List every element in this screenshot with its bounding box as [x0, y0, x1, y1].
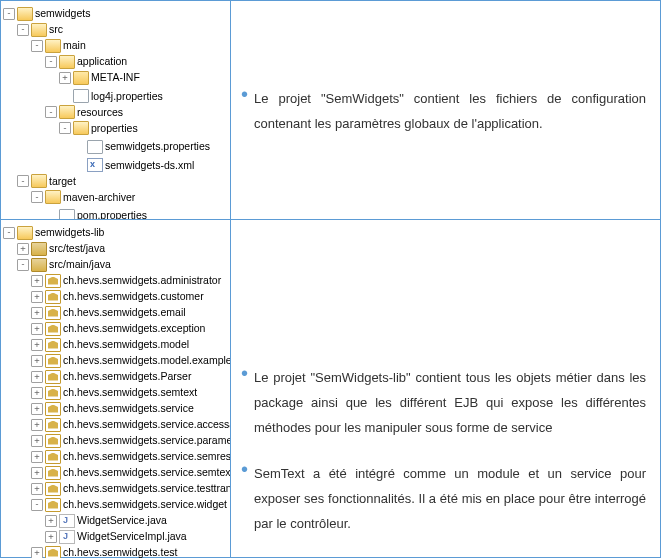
expand-icon[interactable]: + — [31, 483, 43, 495]
bullet-icon: • — [241, 87, 248, 136]
tree-node[interactable]: +ch.hevs.semwidgets.service.parameter — [31, 432, 228, 448]
tree-node[interactable]: -src-main-application+META-INFlog4j.prop… — [17, 21, 228, 173]
node-label: ch.hevs.semwidgets.customer — [63, 289, 204, 304]
source-folder-icon — [31, 258, 47, 272]
java-file-icon — [59, 514, 75, 528]
collapse-icon[interactable]: - — [31, 40, 43, 52]
tree-node[interactable]: semwidgets-ds.xml — [73, 154, 228, 173]
node-label: ch.hevs.semwidgets.service.accessaccount — [63, 417, 231, 432]
expand-icon[interactable]: + — [31, 547, 43, 559]
tree-node[interactable]: +src/test/java — [17, 240, 228, 256]
expand-icon[interactable]: + — [31, 451, 43, 463]
tree-node[interactable]: +META-INF — [59, 69, 228, 85]
expand-icon[interactable]: + — [17, 243, 29, 255]
file-icon — [59, 209, 75, 220]
tree-node[interactable]: +ch.hevs.semwidgets.service.testtransact… — [31, 480, 228, 496]
folder-open-icon — [31, 174, 47, 188]
tree-node[interactable]: +ch.hevs.semwidgets.administrator — [31, 272, 228, 288]
tree-node[interactable]: +ch.hevs.semwidgets.service — [31, 400, 228, 416]
collapse-icon[interactable]: - — [17, 175, 29, 187]
tree-node[interactable]: -src/main/java+ch.hevs.semwidgets.admini… — [17, 256, 228, 558]
collapse-icon[interactable]: - — [59, 122, 71, 134]
tree-node[interactable]: -main-application+META-INFlog4j.properti… — [31, 37, 228, 173]
expand-icon[interactable]: + — [31, 355, 43, 367]
tree-node[interactable]: +ch.hevs.semwidgets.Parser — [31, 368, 228, 384]
collapse-icon[interactable]: - — [3, 8, 15, 20]
desc-text: SemText a été intégré comme un module et… — [254, 462, 646, 536]
tree-node[interactable]: -ch.hevs.semwidgets.service.widget+Widge… — [31, 496, 228, 544]
doc-table: -semwidgets-src-main-application+META-IN… — [0, 0, 661, 558]
expand-icon[interactable]: + — [31, 339, 43, 351]
tree-semwidgets-lib: -semwidgets-lib+src/test/java-src/main/j… — [1, 220, 231, 558]
tree-node[interactable]: +ch.hevs.semwidgets.service.semresult — [31, 448, 228, 464]
node-label: ch.hevs.semwidgets.model.example — [63, 353, 231, 368]
tree-node[interactable]: log4j.properties — [59, 85, 228, 104]
collapse-icon[interactable]: - — [31, 191, 43, 203]
row-semwidgets-lib: -semwidgets-lib+src/test/java-src/main/j… — [1, 219, 660, 558]
node-label: ch.hevs.semwidgets.semtext — [63, 385, 197, 400]
node-label: ch.hevs.semwidgets.service.testtransacti… — [63, 481, 231, 496]
tree-node[interactable]: +WidgetServiceImpl.java — [45, 528, 228, 544]
node-label: semwidgets.properties — [105, 139, 210, 154]
expand-icon[interactable]: + — [31, 323, 43, 335]
tree-node[interactable]: semwidgets.properties — [73, 136, 228, 155]
tree-node[interactable]: -application+META-INFlog4j.properties — [45, 53, 228, 104]
node-label: ch.hevs.semwidgets.model — [63, 337, 189, 352]
package-icon — [45, 274, 61, 288]
package-icon — [45, 386, 61, 400]
desc-text: Le projet "SemWidgets-lib" contient tous… — [254, 366, 646, 440]
tree-node[interactable]: +WidgetService.java — [45, 512, 228, 528]
expand-icon[interactable]: + — [31, 371, 43, 383]
tree-node[interactable]: +ch.hevs.semwidgets.service.semtext — [31, 464, 228, 480]
collapse-icon[interactable]: - — [17, 24, 29, 36]
expand-icon[interactable]: + — [31, 403, 43, 415]
bullet-item: • Le projet "SemWidgets-lib" contient to… — [241, 366, 646, 440]
collapse-icon[interactable]: - — [45, 106, 57, 118]
expand-icon[interactable]: + — [31, 307, 43, 319]
tree-node[interactable]: -semwidgets-lib+src/test/java-src/main/j… — [3, 224, 228, 558]
collapse-icon[interactable]: - — [45, 56, 57, 68]
tree-node[interactable]: +ch.hevs.semwidgets.exception — [31, 320, 228, 336]
desc-semwidgets: • Le projet "SemWidgets" contient les fi… — [231, 1, 660, 219]
folder-open-icon — [73, 121, 89, 135]
tree-node[interactable]: +ch.hevs.semwidgets.customer — [31, 288, 228, 304]
package-icon — [45, 370, 61, 384]
node-label: ch.hevs.semwidgets.service.widget — [63, 497, 227, 512]
expand-icon[interactable]: + — [59, 72, 71, 84]
tree-node[interactable]: pom.properties — [45, 205, 228, 220]
node-label: ch.hevs.semwidgets.service.parameter — [63, 433, 231, 448]
collapse-icon[interactable]: - — [17, 259, 29, 271]
expand-icon[interactable]: + — [45, 531, 57, 543]
node-label: properties — [91, 121, 138, 136]
java-file-icon — [59, 530, 75, 544]
node-label: application — [77, 54, 127, 69]
tree-node[interactable]: -target-maven-archiverpom.properties-sem… — [17, 173, 228, 220]
node-label: WidgetServiceImpl.java — [77, 529, 187, 544]
expand-icon[interactable]: + — [31, 387, 43, 399]
collapse-icon[interactable]: - — [3, 227, 15, 239]
node-label: main — [63, 38, 86, 53]
tree-node[interactable]: +ch.hevs.semwidgets.semtext — [31, 384, 228, 400]
node-label: ch.hevs.semwidgets.service.semresult — [63, 449, 231, 464]
tree-node[interactable]: -semwidgets-src-main-application+META-IN… — [3, 5, 228, 219]
tree-node[interactable]: +ch.hevs.semwidgets.model — [31, 336, 228, 352]
folder-open-icon — [17, 7, 33, 21]
package-icon — [45, 450, 61, 464]
expand-icon[interactable]: + — [45, 515, 57, 527]
tree-node[interactable]: -maven-archiverpom.properties — [31, 189, 228, 220]
tree-node[interactable]: +ch.hevs.semwidgets.service.accessaccoun… — [31, 416, 228, 432]
collapse-icon[interactable]: - — [31, 499, 43, 511]
package-icon — [45, 354, 61, 368]
expand-icon[interactable]: + — [31, 291, 43, 303]
tree-node[interactable]: +ch.hevs.semwidgets.test — [31, 544, 228, 558]
expand-icon[interactable]: + — [31, 419, 43, 431]
tree-node[interactable]: +ch.hevs.semwidgets.model.example — [31, 352, 228, 368]
tree-node[interactable]: -resources-propertiessemwidgets.properti… — [45, 104, 228, 173]
expand-icon[interactable]: + — [31, 467, 43, 479]
tree-node[interactable]: -propertiessemwidgets.propertiessemwidge… — [59, 120, 228, 173]
desc-semwidgets-lib: • Le projet "SemWidgets-lib" contient to… — [231, 220, 660, 558]
package-icon — [45, 290, 61, 304]
expand-icon[interactable]: + — [31, 275, 43, 287]
tree-node[interactable]: +ch.hevs.semwidgets.email — [31, 304, 228, 320]
expand-icon[interactable]: + — [31, 435, 43, 447]
